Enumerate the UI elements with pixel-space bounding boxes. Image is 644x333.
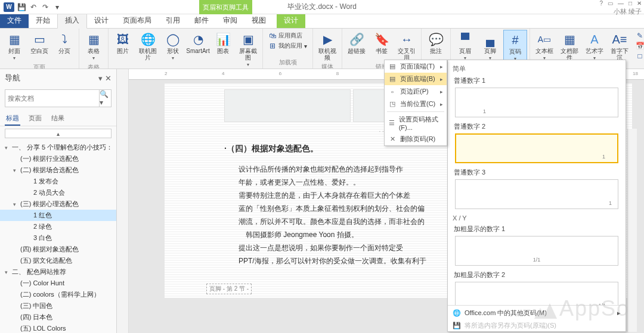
pagenum-menu-item[interactable]: ◳当前位置(C)▸ — [385, 98, 447, 110]
textbox-button[interactable]: A▭文本框▾ — [532, 30, 556, 63]
gallery-preview[interactable]: 1 — [455, 179, 618, 209]
gallery-category-label: 简单 — [451, 63, 622, 75]
ribbon-display-icon[interactable]: ▭ — [608, 0, 613, 7]
footer-section-label: 页脚 - 第 2 节 - — [206, 284, 252, 294]
tab-references[interactable]: 引用 — [159, 13, 187, 28]
user-name[interactable]: 小林 绫子 — [614, 7, 642, 16]
group-label-pages: 页面 — [2, 63, 76, 69]
app-icon: W — [4, 2, 14, 12]
outline-item[interactable]: (四) 日本色 — [0, 312, 116, 323]
search-icon[interactable]: 🔍▾ — [99, 90, 111, 107]
chart-button[interactable]: 📊图表 — [211, 30, 235, 55]
hyperlink-button[interactable]: 🔗超链接 — [345, 30, 369, 55]
vertical-ruler — [117, 69, 129, 333]
gallery-preview[interactable]: 1 — [455, 88, 618, 117]
pictures-button[interactable]: 🖼图片 — [111, 30, 135, 55]
gallery-item-label: 普通数字 1 — [451, 75, 622, 86]
outline-item[interactable]: ▾(三) 根据心理选配色 — [0, 198, 116, 210]
outline-tree: ▾一、 分享 5 个理解色彩的小技巧：(一) 根据行业选配色▾(二) 根据场合选… — [0, 141, 116, 333]
outline-item[interactable]: (四) 根据对象选配色 — [0, 244, 116, 255]
outline-item[interactable]: (一) 根据行业选配色 — [0, 153, 116, 164]
undo-icon[interactable]: ↶ — [29, 2, 38, 12]
tab-view[interactable]: 视图 — [244, 13, 273, 28]
pagenum-menu-item[interactable]: ☰设置页码格式(F)... — [385, 113, 447, 133]
object-button[interactable]: □对象 ▾ — [634, 51, 644, 61]
tab-file[interactable]: 文件 — [0, 13, 29, 28]
tab-design[interactable]: 设计 — [87, 13, 116, 28]
my-apps-button[interactable]: ⊞我的应用 ▾ — [267, 41, 309, 51]
page-number-button[interactable]: #页码▾ — [503, 30, 527, 64]
outline-item[interactable]: ▾二、 配色网站推荐 — [0, 266, 116, 278]
pagenum-menu-item[interactable]: ▤页面顶端(T)▸ — [385, 60, 447, 73]
page-break-button[interactable]: ⤵分页 — [52, 30, 76, 55]
redo-icon[interactable]: ↷ — [41, 2, 50, 12]
gallery-preview[interactable]: 1/1 — [455, 282, 618, 305]
nav-tab-pages[interactable]: 页面 — [27, 112, 43, 126]
tab-review[interactable]: 审阅 — [216, 13, 244, 28]
outline-item[interactable]: (三) 中国色 — [0, 300, 116, 312]
minimize-icon[interactable]: — — [618, 0, 624, 7]
group-tables: ▦表格▾ 表格 — [79, 29, 109, 69]
outline-item[interactable]: ▾一、 分享 5 个理解色彩的小技巧： — [0, 142, 116, 153]
maximize-icon[interactable]: □ — [628, 0, 632, 7]
navigation-pane: 导航 ▾ ✕ 🔍▾ 标题 页面 结果 ▴ ▾一、 分享 5 个理解色彩的小技巧：… — [0, 69, 117, 333]
help-icon[interactable]: ? — [599, 0, 603, 7]
signature-line-button[interactable]: ✎签名行 ▾ — [634, 31, 644, 41]
nav-tab-headings[interactable]: 标题 — [5, 112, 20, 126]
cross-reference-button[interactable]: ↔交叉引用 — [395, 30, 419, 62]
qat-dropdown-icon[interactable]: ▾ — [52, 2, 62, 12]
nav-pane-title: 导航 — [5, 73, 20, 83]
tab-home[interactable]: 开始 — [29, 13, 57, 28]
comment-button[interactable]: 💬批注 — [424, 30, 448, 55]
page-number-gallery: 简单 普通数字 1 1 普通数字 2 1 普通数字 3 1 X / Y 加粗显示… — [447, 60, 626, 332]
nav-top-bar[interactable]: ▴ — [5, 129, 112, 138]
outline-item[interactable]: (五) 据文化选配色 — [0, 255, 116, 266]
tab-headerfooter-design[interactable]: 设计 — [277, 13, 305, 28]
nav-tab-results[interactable]: 结果 — [50, 112, 66, 126]
online-pictures-button[interactable]: 🌐联机图片 — [136, 30, 160, 62]
online-video-button[interactable]: ▶联机视频 — [315, 30, 339, 62]
tab-insert[interactable]: 插入 — [57, 13, 87, 29]
gallery-preview-selected[interactable]: 1 — [455, 133, 618, 163]
outline-item[interactable]: 3 白色 — [0, 232, 116, 244]
vertical-scrollbar[interactable] — [627, 129, 637, 332]
group-label-addins: 加载项 — [265, 58, 310, 67]
pagenum-menu-item[interactable]: ✕删除页码(R) — [385, 133, 447, 145]
table-button[interactable]: ▦表格▾ — [82, 30, 106, 63]
outline-item[interactable]: 2 动员大会 — [0, 187, 116, 198]
outline-item[interactable]: (一) Color Hunt — [0, 278, 116, 289]
outline-item[interactable]: 1 红色 — [0, 210, 116, 221]
outline-item[interactable]: 1 发布会 — [0, 176, 116, 187]
outline-item[interactable]: (五) LOL Colors — [0, 323, 116, 333]
pagenum-menu-item[interactable]: ▫页边距(P)▸ — [385, 85, 447, 98]
tab-mailings[interactable]: 邮件 — [187, 13, 216, 28]
gallery-more-office-button[interactable]: 🌐Office.com 中的其他页码(M)▸ — [450, 307, 623, 319]
tab-layout[interactable]: 页面布局 — [116, 13, 159, 28]
shapes-button[interactable]: ◯形状▾ — [161, 30, 185, 63]
gallery-preview[interactable]: 1/1 — [455, 236, 618, 266]
save-icon[interactable]: 💾 — [17, 2, 26, 12]
outline-item[interactable]: 2 绿色 — [0, 221, 116, 232]
date-time-button[interactable]: 📅日期和时间 — [634, 41, 644, 51]
pagenum-menu-item[interactable]: ▤页面底端(B)▸ — [385, 73, 447, 85]
gallery-item-label: 加粗显示的数字 1 — [451, 223, 622, 235]
nav-search-box[interactable]: 🔍▾ — [5, 89, 112, 107]
search-input[interactable] — [5, 90, 99, 107]
header-button[interactable]: ▀页眉▾ — [453, 30, 477, 63]
blank-page-button[interactable]: ▭空白页 — [27, 30, 51, 55]
gallery-save-selection-button: 💾将所选内容另存为页码(原端)(S) — [450, 319, 623, 332]
gallery-item-label: 加粗显示的数字 2 — [451, 269, 622, 281]
bookmark-button[interactable]: 🔖书签 — [370, 30, 394, 55]
app-store-button[interactable]: 🛍应用商店 — [267, 31, 309, 41]
outline-item[interactable]: ▾(二) 根据场合选配色 — [0, 164, 116, 176]
gallery-item-label: 普通数字 2 — [451, 121, 622, 132]
cover-page-button[interactable]: ▦封面▾ — [2, 30, 26, 63]
group-pages: ▦封面▾ ▭空白页 ⤵分页 页面 — [0, 29, 79, 69]
wordart-button[interactable]: A艺术字▾ — [583, 30, 606, 63]
nav-close-icon[interactable]: ▾ ✕ — [98, 74, 112, 83]
smartart-button[interactable]: ◔SmartArt — [186, 30, 210, 55]
outline-item[interactable]: (二) coolors（需科学上网） — [0, 289, 116, 300]
doc-image-placeholder — [224, 89, 351, 122]
screenshot-button[interactable]: ▣屏幕截图▾ — [236, 30, 260, 69]
footer-button[interactable]: ▄页脚▾ — [478, 30, 502, 63]
